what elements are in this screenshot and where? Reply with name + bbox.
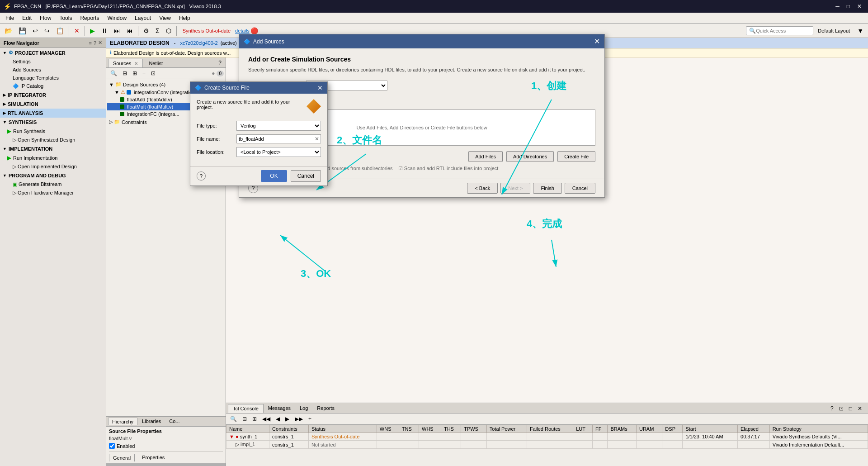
step-btn[interactable]: ⏭ (111, 25, 123, 36)
nav-item-ip-catalog[interactable]: 🔷 IP Catalog (0, 82, 106, 90)
console-play-btn[interactable]: ▶ (283, 414, 292, 423)
maximize-btn[interactable]: □ (844, 2, 853, 10)
file-name-input[interactable] (237, 135, 313, 143)
add-files-btn[interactable]: Add Files (468, 151, 503, 162)
sources-expand-btn[interactable]: ⊞ (130, 69, 139, 78)
tab-libraries[interactable]: Libraries (138, 418, 165, 425)
quick-access-search[interactable]: 🔍 (746, 26, 813, 35)
dialog-close-btn[interactable]: ✕ (317, 84, 323, 91)
sources-add-btn[interactable]: + (140, 69, 148, 78)
menu-flow[interactable]: Flow (36, 14, 55, 22)
back-btn[interactable]: < Back (467, 183, 498, 194)
redo-btn[interactable]: ↪ (42, 25, 52, 36)
console-back-btn[interactable]: ◀ (274, 414, 282, 423)
console-maximize-btn[interactable]: □ (847, 404, 854, 413)
nav-item-run-synthesis[interactable]: ▶ Run Synthesis (0, 127, 106, 136)
sources-filter-btn[interactable]: ⊡ (149, 69, 158, 78)
add-sources-close-btn[interactable]: ✕ (594, 37, 600, 46)
run-btn[interactable]: ▶ (87, 25, 98, 36)
panel-resize-handle[interactable] (106, 463, 226, 466)
tab-general[interactable]: General (109, 454, 135, 461)
nav-section-project-manager[interactable]: ▼ ⚙ PROJECT MANAGER (0, 48, 106, 57)
tab-reports[interactable]: Reports (312, 404, 339, 413)
tab-log[interactable]: Log (295, 404, 312, 413)
menu-tools[interactable]: Tools (56, 14, 75, 22)
tab-messages[interactable]: Messages (264, 404, 295, 413)
file-name-clear-btn[interactable]: ✕ (313, 136, 321, 142)
enabled-checkbox[interactable] (109, 443, 115, 449)
copy-btn[interactable]: 📋 (53, 25, 66, 36)
flow-nav-collapse[interactable]: ≡ (89, 40, 91, 46)
search-input[interactable] (756, 28, 810, 33)
minimize-btn[interactable]: ─ (833, 2, 842, 10)
nav-item-language-templates[interactable]: Language Templates (0, 74, 106, 82)
nav-item-add-sources[interactable]: Add Sources (0, 66, 106, 74)
menu-reports[interactable]: Reports (76, 14, 103, 22)
flow-nav-close[interactable]: ✕ (98, 40, 102, 46)
console-collapse-btn[interactable]: ⊟ (240, 414, 249, 423)
cancel-btn[interactable]: Cancel (565, 183, 595, 194)
add-directories-btn[interactable]: Add Directories (506, 151, 554, 162)
console-help-btn[interactable]: ? (828, 404, 836, 413)
dialog-ok-btn[interactable]: OK (261, 170, 287, 182)
menu-window[interactable]: Window (104, 14, 130, 22)
nav-item-settings[interactable]: Settings (0, 57, 106, 66)
sources-collapse-btn[interactable]: ⊟ (120, 69, 129, 78)
pause-btn[interactable]: ⏸ (99, 25, 110, 36)
open-btn[interactable]: 📂 (2, 25, 15, 36)
nav-item-generate-bitstream[interactable]: ▣ Generate Bitstream (0, 180, 106, 189)
sources-search-btn[interactable]: 🔍 (108, 69, 119, 78)
nav-section-synthesis[interactable]: ▼ SYNTHESIS (0, 118, 106, 127)
dialog-cancel-btn[interactable]: Cancel (291, 170, 321, 182)
nav-section-rtl-analysis[interactable]: ▶ RTL ANALYSIS (0, 109, 106, 118)
table-row[interactable]: ▷ impl_1 constrs_1 Not started (226, 441, 868, 449)
menu-view[interactable]: View (156, 14, 175, 22)
menu-help[interactable]: Help (175, 14, 194, 22)
console-search-btn[interactable]: 🔍 (228, 414, 239, 423)
save-btn[interactable]: 💾 (16, 25, 29, 36)
dialog-help-btn[interactable]: ? (197, 171, 206, 181)
create-file-btn[interactable]: Create File (557, 151, 595, 162)
layout-dropdown[interactable]: ▼ (854, 25, 866, 36)
finish-btn[interactable]: Finish (533, 183, 561, 194)
console-close-btn[interactable]: ✕ (855, 404, 864, 413)
step-back-btn[interactable]: ⏮ (124, 25, 136, 36)
close-btn[interactable]: ✕ (854, 2, 864, 10)
nav-item-run-implementation[interactable]: ▶ Run Implementation (0, 153, 106, 162)
tab-sources[interactable]: Sources ✕ (108, 59, 143, 67)
tab-compile[interactable]: Co... (165, 418, 183, 425)
calc-btn[interactable]: Σ (153, 25, 162, 36)
console-add-btn[interactable]: + (306, 414, 314, 423)
tab-netlist[interactable]: Netlist (144, 59, 168, 67)
nav-section-simulation[interactable]: ▶ SIMULATION (0, 100, 106, 109)
panel-help-btn[interactable]: ? (216, 58, 224, 67)
tab-properties[interactable]: Properties (138, 454, 168, 461)
nav-item-open-synthesized[interactable]: ▷ Open Synthesized Design (0, 136, 106, 144)
tab-hierarchy[interactable]: Hierarchy (108, 418, 137, 425)
console-toolbar: 🔍 ⊟ ⊞ ◀◀ ◀ ▶ ▶▶ + (226, 414, 868, 425)
nav-item-open-hardware[interactable]: ▷ Open Hardware Manager (0, 189, 106, 197)
console-detach-btn[interactable]: ⊡ (837, 404, 846, 413)
nav-section-implementation[interactable]: ▼ IMPLEMENTATION (0, 144, 106, 153)
file-type-select[interactable]: Verilog (236, 121, 321, 131)
nav-section-program-debug[interactable]: ▼ PROGRAM AND DEBUG (0, 171, 106, 180)
menu-file[interactable]: File (2, 14, 18, 22)
nav-section-ip-integrator[interactable]: ▶ IP INTEGRATOR (0, 90, 106, 100)
console-expand-btn[interactable]: ⊞ (250, 414, 259, 423)
delete-btn[interactable]: ✕ (71, 25, 82, 36)
tab-sources-close[interactable]: ✕ (134, 61, 138, 66)
table-row[interactable]: ▼ ● synth_1 constrs_1 Synthesis Out-of-d… (226, 433, 868, 441)
synthesis-details-link[interactable]: details (235, 28, 250, 33)
console-prev-btn[interactable]: ◀◀ (260, 414, 273, 423)
export-btn[interactable]: ⬡ (163, 25, 174, 36)
tab-tcl-console[interactable]: Tcl Console (228, 404, 264, 413)
console-fwd-btn[interactable]: ▶▶ (292, 414, 305, 423)
nav-item-open-implemented[interactable]: ▷ Open Implemented Design (0, 162, 106, 171)
flow-nav-help[interactable]: ? (94, 40, 96, 46)
settings-btn[interactable]: ⚙ (141, 25, 152, 36)
menu-layout[interactable]: Layout (131, 14, 155, 22)
undo-btn[interactable]: ↩ (30, 25, 41, 36)
menu-edit[interactable]: Edit (19, 14, 35, 22)
next-btn[interactable]: Next > (500, 183, 530, 194)
file-location-select[interactable]: <Local to Project> (236, 147, 321, 157)
